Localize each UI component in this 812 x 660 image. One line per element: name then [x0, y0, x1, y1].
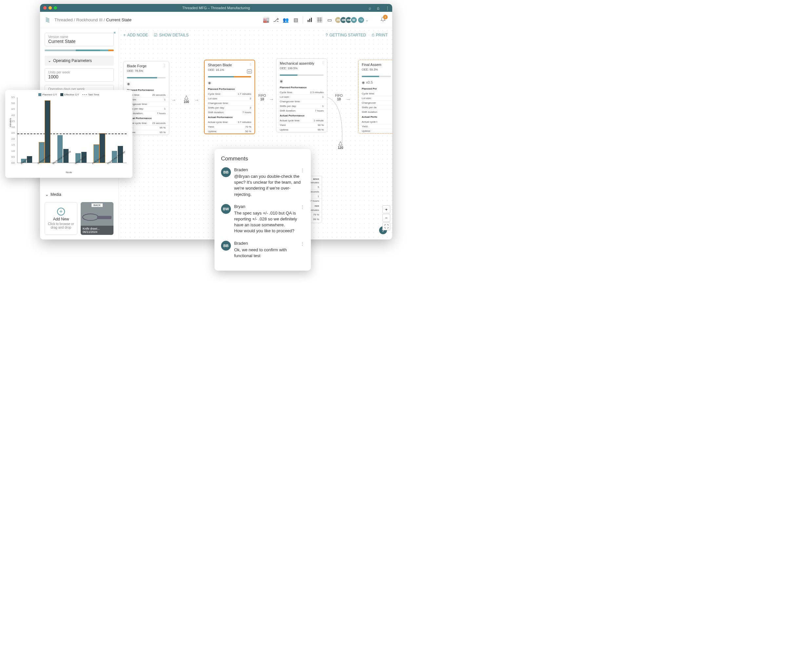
- more-icon[interactable]: ⋮: [300, 168, 304, 173]
- app-logo-icon: [44, 16, 51, 24]
- collapse-sidebar-icon[interactable]: «: [113, 30, 116, 35]
- more-icon[interactable]: ⋮: [300, 205, 304, 209]
- person-icon: ◉ x0.5: [358, 79, 392, 86]
- crumb-root[interactable]: Threaded: [54, 17, 73, 22]
- plus-icon: +: [57, 208, 65, 216]
- crumb-project[interactable]: Rockhound III: [76, 17, 103, 22]
- comments-title: Comments: [221, 155, 304, 162]
- media-thumbnail[interactable]: BACK Knife drawi... 06/11/2024: [81, 202, 113, 235]
- extension-icon[interactable]: ⩍: [377, 6, 379, 11]
- comment-indicator-icon[interactable]: ▭: [247, 70, 252, 73]
- comment-text: Ok, we need to confirm with functional t…: [234, 247, 304, 259]
- app-header: Threaded / Rockhound III / Current State…: [40, 12, 392, 28]
- more-icon[interactable]: ⋮: [249, 63, 252, 66]
- person-icon: ◉: [205, 79, 254, 86]
- comment-text: @Bryan can you double-check the spec? It…: [234, 173, 304, 197]
- getting-started-button[interactable]: ?GETTING STARTED: [326, 33, 366, 37]
- chart-icon[interactable]: [307, 17, 313, 23]
- svg-rect-3: [317, 17, 322, 22]
- chart-legend: Planned C/T Effective C/T Takt Time: [9, 93, 128, 96]
- comment-author: Braden: [234, 167, 304, 172]
- comment-avatar: BB: [221, 241, 231, 251]
- notifications-button[interactable]: 2: [381, 17, 386, 23]
- comment-item: BBBradenOk, we need to confirm with func…: [221, 241, 304, 259]
- comment-icon[interactable]: ▭: [327, 17, 333, 23]
- chevron-down-icon: ⌄: [48, 59, 51, 63]
- robot-arm-icon[interactable]: ⎇: [273, 17, 279, 23]
- version-label: Version name: [48, 35, 110, 39]
- window-title: Threaded MFG – Threaded Manufacturing: [182, 6, 250, 10]
- comment-avatar: BB: [221, 167, 231, 177]
- window-controls: [43, 6, 57, 10]
- checkbox-icon: ☑: [154, 33, 157, 37]
- units-per-week-field[interactable]: Units per week 1000: [44, 68, 114, 82]
- titlebar: Threaded MFG – Threaded Manufacturing ⌕ …: [40, 4, 392, 12]
- maximize-window[interactable]: [54, 6, 57, 10]
- svg-point-8: [82, 214, 98, 221]
- chevron-down-icon[interactable]: ⌄: [365, 18, 369, 22]
- progress-bar: [44, 49, 114, 51]
- arrow-icon: →: [269, 97, 274, 102]
- svg-rect-2: [311, 18, 312, 22]
- zoom-in-button[interactable]: +: [382, 205, 390, 213]
- breadcrumb: Threaded / Rockhound III / Current State: [54, 17, 132, 22]
- comment-avatar: BW: [221, 204, 231, 214]
- node-final-assembly[interactable]: Final Assem OEE: 59.3% ◉ x0.5 Planned Pe…: [358, 60, 392, 133]
- comment-author: Braden: [234, 241, 304, 246]
- minimize-window[interactable]: [49, 6, 52, 10]
- chevron-down-icon: ⌄: [45, 192, 49, 197]
- more-icon[interactable]: ⋮: [163, 64, 166, 67]
- chart-panel: Planned C/T Effective C/T Takt Time minu…: [5, 90, 133, 178]
- arrow-icon: →: [346, 97, 351, 102]
- more-icon[interactable]: ⋮: [385, 6, 390, 11]
- operating-params-section[interactable]: ⌄ Operating Parameters: [44, 56, 114, 66]
- show-details-button[interactable]: ☑SHOW DETAILS: [154, 33, 189, 37]
- zoom-fit-button[interactable]: ⛶: [382, 222, 390, 230]
- svg-rect-1: [309, 19, 310, 22]
- version-value: Current State: [48, 39, 110, 44]
- fifo-label: FIFO10: [335, 94, 343, 101]
- comment-item: BBBraden@Bryan can you double-check the …: [221, 167, 304, 197]
- close-window[interactable]: [43, 6, 47, 10]
- media-section[interactable]: ⌄ Media: [44, 190, 114, 200]
- chart-plot: minutes 0.00.51.01.52.02.53.03.54.04.55.…: [17, 97, 127, 163]
- crumb-current: Current State: [106, 17, 132, 22]
- toolbar-icons: 🏭 ⎇ 👥 ▤ ▭: [263, 16, 333, 24]
- grid-icon[interactable]: [317, 17, 323, 23]
- comment-item: BWBryanThe spec says +/- .010 but QA is …: [221, 204, 304, 234]
- avatar[interactable]: W: [350, 16, 357, 24]
- notification-badge: 2: [383, 15, 388, 19]
- more-icon[interactable]: ⋮: [300, 241, 304, 246]
- plus-icon: +: [123, 33, 125, 37]
- svg-rect-9: [97, 216, 111, 219]
- node-mechanical-assembly[interactable]: Mechanical assembly⋮ OEE: 199.5% ◉ Plann…: [276, 59, 327, 132]
- more-icon[interactable]: ⋮: [321, 61, 324, 65]
- zoom-controls: + − ⛶: [382, 205, 390, 230]
- fifo-label: FIFO10: [259, 94, 266, 101]
- search-icon[interactable]: ⌕: [369, 6, 371, 11]
- presence-avatars[interactable]: JK 3B 3M W +2 ⌄: [336, 16, 369, 24]
- zoom-out-button[interactable]: −: [382, 214, 390, 222]
- avatar-more[interactable]: +2: [358, 17, 364, 23]
- comments-panel: Comments BBBraden@Bryan can you double-c…: [214, 149, 311, 271]
- arrow-icon: →: [194, 97, 200, 103]
- print-icon: ⎙: [372, 33, 374, 37]
- person-icon: ◉: [124, 80, 169, 87]
- add-media-card[interactable]: + Add New Click to browse or drag and dr…: [44, 202, 78, 235]
- arrow-icon: →: [171, 97, 176, 103]
- inventory-triangle: △120: [338, 140, 343, 149]
- comment-author: Bryan: [234, 204, 304, 209]
- canvas-toolbar: +ADD NODE ☑SHOW DETAILS ?GETTING STARTED…: [123, 33, 388, 37]
- factory-icon[interactable]: 🏭: [263, 17, 269, 23]
- add-node-button[interactable]: +ADD NODE: [123, 33, 148, 37]
- clipboard-icon[interactable]: ▤: [293, 17, 299, 23]
- inventory-triangle: △100: [184, 94, 189, 104]
- people-icon[interactable]: 👥: [283, 17, 289, 23]
- version-name-field[interactable]: Version name Current State: [44, 33, 114, 46]
- comment-text: The spec says +/- .010 but QA is reporti…: [234, 210, 304, 234]
- person-icon: ◉: [276, 78, 327, 85]
- node-sharpen-blade[interactable]: Sharpen Blade⋮ OEE: 16.1% ▭ ◉ Planned Pe…: [204, 60, 255, 134]
- print-button[interactable]: ⎙PRINT: [372, 33, 388, 37]
- svg-rect-0: [308, 20, 309, 22]
- help-icon: ?: [326, 33, 328, 37]
